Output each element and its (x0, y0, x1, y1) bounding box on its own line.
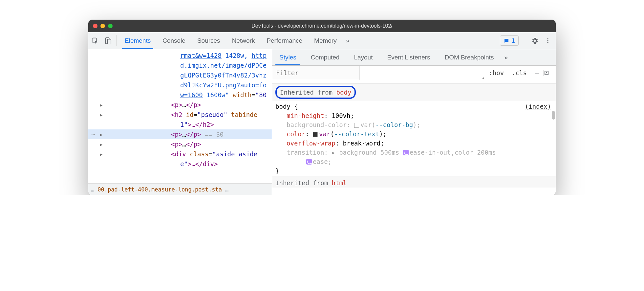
inherited-from-header[interactable]: Inherited from body (272, 83, 556, 101)
expand-ellipsis-icon[interactable]: ⋯ (88, 129, 98, 139)
tab-console[interactable]: Console (157, 32, 191, 49)
rule-close: } (275, 167, 279, 174)
tab-elements[interactable]: Elements (119, 32, 157, 49)
inherited-from-header[interactable]: Inherited from html (272, 176, 556, 188)
feedback-count: 1 (511, 37, 515, 44)
toolbar-right: 1 (500, 32, 556, 49)
styles-filter-bar: :hov .cls ＋ (272, 66, 556, 80)
css-property[interactable]: color: var(--color-text); (275, 129, 551, 139)
main-tabs: Elements Console Sources Network Perform… (119, 32, 353, 49)
tab-styles[interactable]: Styles (272, 49, 304, 65)
css-property[interactable]: background-color: var(--color-bg); (275, 120, 551, 129)
svg-point-3 (547, 38, 548, 39)
css-rule: (index) body { min-height: 100vh; backgr… (272, 101, 556, 176)
tab-network[interactable]: Network (226, 32, 261, 49)
tab-event-listeners[interactable]: Event Listeners (380, 49, 437, 65)
inherited-label: Inherited from (275, 179, 332, 187)
more-sidebar-tabs[interactable]: » (501, 49, 511, 65)
breadcrumb-next[interactable]: … (222, 186, 232, 193)
styles-content[interactable]: Inherited from body (index) body { min-h… (272, 80, 556, 195)
tab-sources[interactable]: Sources (191, 32, 226, 49)
dom-tag: <p> (171, 101, 182, 108)
hov-toggle[interactable]: :hov (485, 69, 508, 77)
dom-text: "80 (255, 91, 267, 99)
color-swatch-icon[interactable] (354, 123, 359, 128)
filter-input[interactable] (272, 66, 360, 80)
scrollbar-thumb[interactable] (552, 111, 555, 120)
rule-source-link[interactable]: (index) (525, 102, 551, 111)
dom-text: 1428w, (222, 52, 252, 59)
rule-selector[interactable]: body (275, 103, 290, 110)
separator (117, 35, 117, 46)
devtools-window: DevTools - developer.chrome.com/blog/new… (88, 20, 556, 195)
rendering-emulations-icon[interactable] (543, 70, 556, 76)
tab-computed[interactable]: Computed (304, 49, 347, 65)
sidebar-tabs: Styles Computed Layout Event Listeners D… (272, 49, 556, 66)
dom-text: gLQPGtEG3y0fTn4v82/3vhz (180, 72, 267, 79)
dom-text: width (229, 91, 252, 99)
cls-toggle[interactable]: .cls (508, 69, 531, 77)
titlebar: DevTools - developer.chrome.com/blog/new… (88, 20, 556, 32)
main-toolbar: Elements Console Sources Network Perform… (88, 32, 556, 49)
tab-layout[interactable]: Layout (347, 49, 380, 65)
css-property[interactable]: min-height: 100vh; (275, 111, 551, 120)
new-style-rule-icon[interactable]: ＋ (531, 68, 543, 78)
breadcrumb[interactable]: … 00.pad-left-400.measure-long.post.sta … (88, 183, 272, 195)
highlight-annotation: Inherited from body (275, 86, 356, 99)
dom-text: rmat&w=1428 (180, 52, 222, 59)
dom-selected-row[interactable]: ⋯ ▸<p>…</p> == $0 (88, 129, 272, 139)
tab-performance[interactable]: Performance (261, 32, 308, 49)
inherited-selector: html (332, 179, 347, 187)
settings-icon[interactable] (531, 37, 539, 45)
selected-marker: == $0 (201, 131, 224, 138)
easing-icon[interactable] (403, 150, 409, 155)
dom-text: 1600w" (203, 91, 229, 99)
easing-icon[interactable] (306, 159, 312, 165)
more-tabs-button[interactable]: » (343, 32, 353, 49)
dom-text: d9lJKcYw2FU.png?auto=fo (180, 81, 267, 89)
dom-text: w=1600 (180, 91, 203, 99)
dom-tree[interactable]: rmat&w=1428 1428w, http d.imgix.net/imag… (88, 49, 272, 183)
elements-pane: rmat&w=1428 1428w, http d.imgix.net/imag… (88, 49, 272, 195)
inherited-selector: body (336, 89, 352, 96)
dom-text: http (251, 52, 267, 59)
device-toolbar-icon[interactable] (101, 32, 115, 49)
svg-rect-2 (107, 39, 111, 44)
color-swatch-icon[interactable] (313, 132, 318, 137)
dom-tag: <h2 (171, 111, 186, 118)
breadcrumb-text: 00.pad-left-400.measure-long.post.sta (97, 186, 222, 193)
inherited-label: Inherited from (280, 89, 336, 96)
tab-dom-breakpoints[interactable]: DOM Breakpoints (437, 49, 501, 65)
feedback-button[interactable]: 1 (500, 35, 519, 46)
dom-text: d.imgix.net/image/dPDCe (180, 62, 267, 69)
breadcrumb-prev[interactable]: … (91, 186, 97, 193)
inspect-element-icon[interactable] (88, 32, 101, 49)
styles-pane: Styles Computed Layout Event Listeners D… (272, 49, 556, 195)
css-property[interactable]: overflow-wrap: break-word; (275, 139, 551, 148)
window-title: DevTools - developer.chrome.com/blog/new… (88, 23, 556, 29)
svg-point-4 (547, 40, 548, 41)
kebab-menu-icon[interactable] (545, 37, 551, 44)
svg-point-5 (547, 42, 548, 43)
css-property[interactable]: transition: ▸ background 500ms ease-in-o… (275, 148, 551, 166)
tab-memory[interactable]: Memory (308, 32, 343, 49)
